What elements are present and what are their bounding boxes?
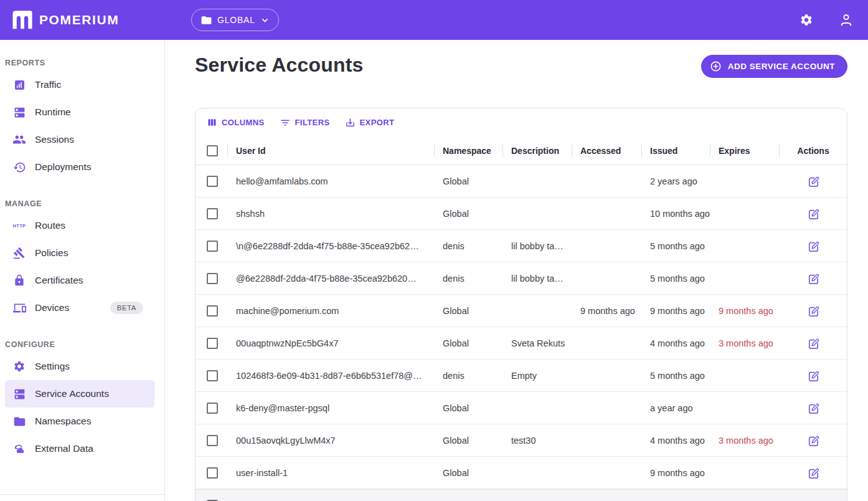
edit-icon[interactable] (806, 239, 821, 254)
row-checkbox[interactable] (207, 176, 218, 187)
user-account-icon[interactable] (838, 12, 854, 28)
sidebar-item-runtime[interactable]: Runtime (5, 98, 154, 126)
edit-icon[interactable] (806, 206, 821, 221)
cell-issued: 5 months ago (642, 274, 710, 284)
page-title: Service Accounts (195, 54, 364, 77)
sidebar-item-label: Namespaces (35, 416, 91, 427)
edit-icon[interactable] (806, 174, 821, 189)
cell-namespace: Global (435, 436, 503, 446)
people-icon (12, 133, 26, 146)
filter-list-icon (280, 117, 291, 128)
edit-icon[interactable] (806, 336, 821, 351)
edit-icon[interactable] (806, 465, 821, 480)
add-service-account-button[interactable]: ADD SERVICE ACCOUNT (701, 55, 847, 78)
table-row[interactable]: user-install-1 Global 9 months ago (196, 457, 847, 489)
column-header-namespace[interactable]: Namespace (435, 136, 503, 165)
edit-icon[interactable] (806, 498, 821, 501)
column-header-description[interactable]: Description (503, 136, 572, 165)
table-row[interactable]: 00uaqptnwzNpEc5bG4x7 Global Sveta Rekuts… (196, 327, 847, 360)
table-row[interactable]: shshsh Global 10 months ago (196, 198, 847, 230)
cell-issued: 10 months ago (642, 209, 710, 219)
export-button-label: EXPORT (360, 118, 395, 127)
table-row[interactable]: \n@6e2288df-2dda-4f75-b88e-35cea92b62… d… (196, 230, 847, 262)
table-row[interactable]: 102468f3-6e09-4b31-8d87-e6b6b531ef78@… d… (196, 360, 847, 392)
sidebar-item-label: External Data (35, 443, 93, 454)
settings-gear-icon[interactable] (798, 12, 814, 28)
cell-namespace: Global (435, 306, 503, 316)
sidebar-item-settings[interactable]: Settings (5, 353, 154, 380)
sidebar-item-policies[interactable]: Policies (5, 239, 154, 267)
sidebar-item-certificates[interactable]: Certificates (5, 267, 154, 294)
topbar: POMERIUM GLOBAL (0, 0, 868, 40)
row-checkbox[interactable] (207, 273, 218, 284)
row-checkbox[interactable] (207, 241, 218, 252)
folder-icon (200, 14, 212, 26)
gavel-icon (12, 246, 26, 260)
sidebar-item-external-data[interactable]: External Data (5, 435, 154, 462)
lock-icon (12, 274, 26, 287)
brand: POMERIUM (11, 9, 119, 31)
cell-expires-overdue: 3 months ago (710, 436, 780, 446)
column-header-accessed[interactable]: Accessed (572, 136, 642, 165)
edit-icon[interactable] (806, 271, 821, 286)
sidebar-divider (0, 494, 164, 495)
table-row[interactable]: 00u15aovqkLgyLlwM4x7 Global test30 4 mon… (196, 424, 847, 457)
table-row[interactable]: machine@pomerium.com Global 9 months ago… (196, 295, 847, 327)
namespace-selector[interactable]: GLOBAL (191, 9, 279, 31)
edit-icon[interactable] (806, 401, 821, 416)
namespace-selector-value: GLOBAL (217, 15, 255, 25)
filters-button[interactable]: FILTERS (280, 117, 330, 128)
column-header-issued[interactable]: Issued (642, 136, 710, 165)
sidebar-item-namespaces[interactable]: Namespaces (5, 408, 154, 435)
sidebar-section-manage: MANAGE (5, 181, 164, 208)
row-checkbox[interactable] (207, 435, 218, 446)
cell-issued: 5 months ago (642, 371, 710, 381)
cell-description: lil bobby ta… (503, 241, 572, 251)
cell-issued: a year ago (642, 403, 710, 413)
cell-description: Sveta Rekuts (503, 338, 572, 348)
cell-namespace: Global (435, 403, 503, 413)
column-header-expires[interactable]: Expires (710, 136, 780, 165)
sidebar-item-routes[interactable]: HTTP Routes (5, 212, 154, 239)
row-checkbox[interactable] (207, 370, 218, 381)
cell-user-id: k6-deny@master-pgsql (228, 403, 435, 413)
sidebar-item-traffic[interactable]: Traffic (5, 71, 154, 98)
sidebar-item-label: Service Accounts (35, 388, 109, 399)
cell-namespace: Global (435, 209, 503, 219)
sidebar-item-label: Traffic (35, 79, 61, 90)
row-checkbox[interactable] (207, 305, 218, 317)
cell-issued: 4 months ago (642, 436, 710, 446)
edit-icon[interactable] (806, 368, 821, 383)
cell-description: Empty (503, 371, 572, 381)
select-all-checkbox[interactable] (207, 145, 218, 156)
cell-namespace: denis (435, 274, 503, 284)
row-checkbox[interactable] (207, 403, 218, 414)
row-checkbox[interactable] (207, 208, 218, 219)
columns-button[interactable]: COLUMNS (207, 117, 265, 128)
cell-namespace: Global (435, 468, 503, 478)
table-row-partial[interactable] (196, 489, 847, 501)
column-header-user-id[interactable]: User Id (228, 136, 435, 165)
cell-namespace: denis (435, 371, 503, 381)
table-row[interactable]: hello@amfamlabs.com Global 2 years ago (196, 165, 847, 198)
cell-user-id: machine@pomerium.com (228, 306, 435, 316)
cell-namespace: denis (435, 241, 503, 251)
row-checkbox[interactable] (207, 338, 218, 349)
sidebar-item-service-accounts[interactable]: Service Accounts (5, 380, 154, 408)
export-button[interactable]: EXPORT (345, 117, 395, 128)
gear-icon (12, 360, 26, 373)
sidebar-item-deployments[interactable]: Deployments (5, 153, 154, 181)
folder-icon (12, 414, 26, 428)
sidebar-item-devices[interactable]: Devices BETA (5, 294, 154, 322)
edit-icon[interactable] (806, 433, 821, 448)
cell-namespace: Global (435, 338, 503, 348)
server-stack-icon (12, 105, 26, 119)
http-icon: HTTP (12, 219, 26, 232)
sidebar-item-sessions[interactable]: Sessions (5, 126, 154, 153)
table-row[interactable]: @6e2288df-2dda-4f75-b88e-35cea92b620… de… (196, 262, 847, 295)
sidebar-item-label: Runtime (35, 107, 71, 118)
edit-icon[interactable] (806, 303, 821, 318)
row-checkbox[interactable] (207, 467, 218, 479)
table-row[interactable]: k6-deny@master-pgsql Global a year ago (196, 392, 847, 424)
service-accounts-icon (12, 387, 26, 401)
